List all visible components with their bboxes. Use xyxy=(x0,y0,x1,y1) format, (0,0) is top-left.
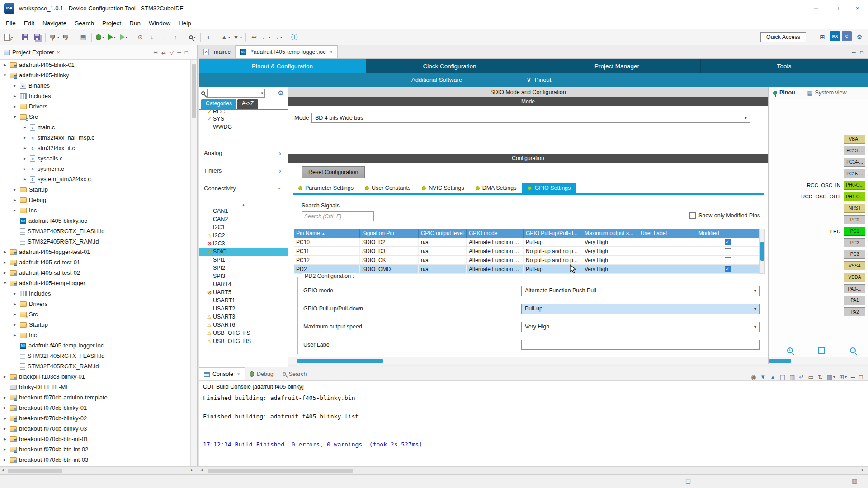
scroll-left-icon[interactable]: ◂ xyxy=(201,468,203,472)
pinout-tab-pinou-[interactable]: Pinou... xyxy=(770,87,802,99)
expand-collapsed-icon[interactable]: ▸ xyxy=(14,93,20,99)
zoom-out-icon[interactable]: − xyxy=(848,345,858,355)
menu-help[interactable]: Help xyxy=(175,19,195,28)
menu-file[interactable]: File xyxy=(2,19,20,28)
tree-item[interactable]: ▾adafruit-f405-temp-logger xyxy=(0,278,190,288)
info-icon[interactable]: ⓘ xyxy=(289,31,300,43)
expand-collapsed-icon[interactable]: ▸ xyxy=(14,83,20,89)
peripheral-uart4[interactable]: UART4 xyxy=(199,280,288,288)
scrollbar-thumb[interactable] xyxy=(297,359,383,363)
back-icon[interactable]: ←▾ xyxy=(260,31,271,43)
expand-collapsed-icon[interactable]: ▸ xyxy=(14,187,20,192)
scroll-right-icon[interactable]: ▸ xyxy=(862,468,864,472)
tree-item[interactable]: ▸csysmem.c xyxy=(0,164,190,174)
peripheral-sdio[interactable]: ✓SDIO xyxy=(199,248,288,256)
expand-collapsed-icon[interactable]: ▸ xyxy=(4,270,10,276)
search-icon[interactable]: ▾ xyxy=(187,31,198,43)
expand-collapsed-icon[interactable]: ▸ xyxy=(4,457,10,463)
table-row-pc12[interactable]: PC12SDIO_CKn/aAlternate Function ...No p… xyxy=(294,256,760,265)
console-output[interactable]: Finished building: adafruit-f405-blinky.… xyxy=(199,390,868,449)
tree-item[interactable]: ▸Drivers xyxy=(0,101,190,112)
stm32cubemx-perspective-icon[interactable]: MX xyxy=(830,31,840,41)
peripheral-spi2[interactable]: SPI2 xyxy=(199,264,288,272)
tree-item[interactable]: ▸blackpill-f103c8-blinky-01 xyxy=(0,371,190,382)
last-edit-location-icon[interactable]: ↩ xyxy=(249,31,259,43)
editor-tab[interactable]: cmain.c xyxy=(199,45,236,58)
open-perspective-icon[interactable]: ⊞ xyxy=(817,31,828,43)
scroll-up-icon[interactable]: ▲ xyxy=(770,374,776,380)
tree-item[interactable]: ▸csystem_stm32f4xx.c xyxy=(0,174,190,184)
close-icon[interactable]: × xyxy=(237,371,240,377)
tree-item[interactable]: ▸csyscalls.c xyxy=(0,153,190,164)
quick-access-button[interactable]: Quick Access xyxy=(760,32,806,42)
modified-filter[interactable]: Show only Modified Pins xyxy=(689,212,760,219)
run-icon[interactable]: ▾ xyxy=(106,31,117,43)
maximize-icon[interactable]: □ xyxy=(860,49,863,56)
zoom-in-icon[interactable]: + xyxy=(785,345,795,355)
console-horizontal-scrollbar[interactable]: ◂ ▸ xyxy=(199,467,868,475)
device-config-perspective-icon[interactable]: ⚙ xyxy=(854,31,865,43)
additional-software-menu[interactable]: Additional Software xyxy=(411,76,462,83)
console-tab-debug[interactable]: Debug xyxy=(245,367,278,380)
close-icon[interactable]: × xyxy=(57,49,60,56)
peripheral-spi1[interactable]: SPI1 xyxy=(199,256,288,264)
menu-project[interactable]: Project xyxy=(98,19,125,28)
peripheral-spi3[interactable]: SPI3 xyxy=(199,272,288,280)
expand-collapsed-icon[interactable]: ▸ xyxy=(4,446,10,452)
scrollbar-thumb[interactable] xyxy=(8,469,62,473)
table-row-pd2[interactable]: PD2SDIO_CMDn/aAlternate Function ...Pull… xyxy=(294,265,760,274)
peripheral-search-combo[interactable]: ▾ xyxy=(207,89,265,98)
step-over-icon[interactable]: → xyxy=(158,31,169,43)
tree-item[interactable]: ▸breakout-f070cb-btn-int-03 xyxy=(0,455,190,465)
mode-select[interactable]: SD 4 bits Wide bus ▾ xyxy=(311,113,750,123)
expand-collapsed-icon[interactable]: ▸ xyxy=(4,436,10,442)
c-cpp-perspective-icon[interactable]: C xyxy=(842,31,852,41)
toggle-occurrences-icon[interactable]: ◐ xyxy=(203,31,214,43)
minimize-button[interactable]: ─ xyxy=(806,0,826,17)
peripheral-tab-az[interactable]: A->Z xyxy=(237,99,258,109)
tree-item[interactable]: STM32F405RGTX_FLASH.ld xyxy=(0,351,190,361)
pin-pc1[interactable]: PC1 xyxy=(844,227,865,236)
expand-collapsed-icon[interactable]: ▸ xyxy=(4,426,10,432)
table-vertical-scrollbar[interactable] xyxy=(760,229,765,274)
pin-pc2[interactable]: PC2 xyxy=(844,238,865,247)
expand-collapsed-icon[interactable]: ▸ xyxy=(14,301,20,307)
pin-pc15[interactable]: PC15-... xyxy=(844,169,865,178)
category-connectivity[interactable]: Connectivity› xyxy=(199,183,288,193)
maximize-icon[interactable]: □ xyxy=(859,374,863,380)
forward-icon[interactable]: →▾ xyxy=(272,31,283,43)
close-button[interactable]: × xyxy=(847,0,868,17)
maximize-icon[interactable]: □ xyxy=(185,49,188,56)
tab-user-constants[interactable]: User Constants xyxy=(359,183,416,193)
column-header-4[interactable]: GPIO mode xyxy=(467,229,524,238)
expand-collapsed-icon[interactable]: ▸ xyxy=(24,124,30,130)
expand-collapsed-icon[interactable]: ▸ xyxy=(24,176,30,182)
tree-item[interactable]: ▸Startup xyxy=(0,184,190,195)
expand-collapsed-icon[interactable]: ▸ xyxy=(4,405,10,411)
collapse-all-icon[interactable]: ⊟ xyxy=(153,49,158,56)
expand-collapsed-icon[interactable]: ▸ xyxy=(4,62,10,68)
tree-item[interactable]: ▸cmain.c xyxy=(0,122,190,132)
tree-item[interactable]: MXadafruit-f405-temp-logger.ioc xyxy=(0,340,190,351)
profile-icon[interactable]: ▾ xyxy=(118,31,129,43)
maximize-button[interactable]: □ xyxy=(826,0,847,17)
explorer-vertical-scrollbar[interactable] xyxy=(190,60,197,466)
peripheral-usart1[interactable]: USART1 xyxy=(199,296,288,305)
pin-console-icon[interactable]: ◉ xyxy=(751,374,756,380)
tree-item[interactable]: ▸breakout-f070cb-blinky-02 xyxy=(0,413,190,423)
tree-item[interactable]: ▸Drivers xyxy=(0,299,190,309)
status-edit-icon[interactable]: ▤ xyxy=(685,478,691,484)
peripheral-i2c2[interactable]: ⚠I2C2 xyxy=(199,231,288,239)
new-wizard-icon[interactable]: ▾ xyxy=(3,31,14,43)
open-console-icon[interactable]: ⊞▾ xyxy=(839,374,847,380)
modified-checkbox[interactable] xyxy=(725,257,731,263)
menu-edit[interactable]: Edit xyxy=(20,19,38,28)
pin-vssa[interactable]: VSSA xyxy=(844,261,865,270)
field-select-3[interactable]: Very High▾ xyxy=(521,322,760,332)
tab-nvic-settings[interactable]: NVIC Settings xyxy=(416,183,470,193)
pin-vdda[interactable]: VDDA xyxy=(844,273,865,282)
menu-run[interactable]: Run xyxy=(125,19,145,28)
peripheral-i2c1[interactable]: I2C1 xyxy=(199,223,288,231)
scroll-right-icon[interactable]: ▸ xyxy=(191,468,193,472)
manage-configurations-icon[interactable]: ▦ xyxy=(78,31,89,43)
